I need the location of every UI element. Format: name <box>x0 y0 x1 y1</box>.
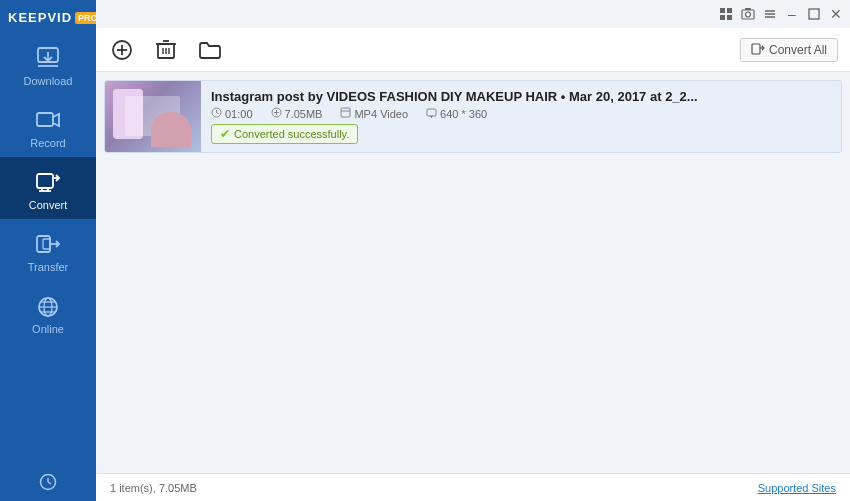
file-meta: 01:00 7.05MB <box>211 107 831 120</box>
sidebar-item-record-label: Record <box>30 137 65 149</box>
file-format: MP4 Video <box>340 107 408 120</box>
svg-rect-26 <box>745 8 751 10</box>
svg-line-19 <box>48 482 51 484</box>
converted-status: Converted successfully. <box>234 128 349 140</box>
svg-line-44 <box>217 113 219 114</box>
svg-rect-23 <box>727 15 732 20</box>
size-value: 7.05MB <box>285 108 323 120</box>
convert-all-button[interactable]: Convert All <box>740 38 838 62</box>
svg-rect-10 <box>43 239 50 249</box>
resolution-value: 640 * 360 <box>440 108 487 120</box>
svg-rect-3 <box>37 113 53 126</box>
svg-rect-4 <box>37 174 53 188</box>
file-item: Instagram post by VIDEOS FASHION DIY MAK… <box>104 80 842 153</box>
file-resolution: 640 * 360 <box>426 107 487 120</box>
file-list-area: Instagram post by VIDEOS FASHION DIY MAK… <box>96 72 850 473</box>
logo-name: KEEPVID <box>8 10 72 25</box>
screenshot-icon[interactable] <box>740 6 756 22</box>
toolbar: Convert All <box>96 28 850 72</box>
statusbar-info: 1 item(s), 7.05MB <box>110 482 197 494</box>
file-thumbnail <box>105 81 201 152</box>
supported-sites-link[interactable]: Supported Sites <box>758 482 836 494</box>
sidebar: KEEPVID PRO Download Record <box>0 0 96 501</box>
online-icon <box>32 293 64 321</box>
svg-rect-21 <box>727 8 732 13</box>
resolution-icon <box>426 107 437 120</box>
svg-rect-50 <box>427 109 436 116</box>
size-icon <box>271 107 282 120</box>
transfer-icon <box>32 231 64 259</box>
sidebar-clock <box>0 463 96 501</box>
window-controls: – ✕ <box>718 6 844 22</box>
sidebar-item-transfer[interactable]: Transfer <box>0 219 96 281</box>
sidebar-item-record[interactable]: Record <box>0 95 96 157</box>
sidebar-item-transfer-label: Transfer <box>28 261 69 273</box>
menu-icon[interactable] <box>762 6 778 22</box>
folder-button[interactable] <box>196 36 224 64</box>
main-area: – ✕ <box>96 0 850 501</box>
convert-all-label: Convert All <box>769 43 827 57</box>
file-info: Instagram post by VIDEOS FASHION DIY MAK… <box>201 81 841 152</box>
file-duration: 01:00 <box>211 107 253 120</box>
record-icon <box>32 107 64 135</box>
close-icon[interactable]: ✕ <box>828 6 844 22</box>
app-logo: KEEPVID PRO <box>0 0 96 33</box>
maximize-icon[interactable] <box>806 6 822 22</box>
sidebar-item-download[interactable]: Download <box>0 33 96 95</box>
sidebar-item-online[interactable]: Online <box>0 281 96 343</box>
delete-button[interactable] <box>152 36 180 64</box>
sidebar-item-download-label: Download <box>24 75 73 87</box>
toolbar-left <box>108 36 224 64</box>
check-icon: ✔ <box>220 127 230 141</box>
add-button[interactable] <box>108 36 136 64</box>
sidebar-item-convert[interactable]: Convert <box>0 157 96 219</box>
svg-rect-40 <box>752 44 760 54</box>
statusbar: 1 item(s), 7.05MB Supported Sites <box>96 473 850 501</box>
file-title: Instagram post by VIDEOS FASHION DIY MAK… <box>211 89 831 104</box>
sidebar-item-online-label: Online <box>32 323 64 335</box>
titlebar: – ✕ <box>96 0 850 28</box>
svg-rect-48 <box>341 108 350 117</box>
download-icon <box>32 45 64 73</box>
file-size: 7.05MB <box>271 107 323 120</box>
clock-icon <box>211 107 222 120</box>
convert-icon <box>32 169 64 197</box>
format-value: MP4 Video <box>354 108 408 120</box>
converted-badge: ✔ Converted successfully. <box>211 124 358 144</box>
grid-icon[interactable] <box>718 6 734 22</box>
format-icon <box>340 107 351 120</box>
svg-rect-24 <box>742 10 754 19</box>
sidebar-item-convert-label: Convert <box>29 199 68 211</box>
svg-point-25 <box>746 12 751 17</box>
svg-rect-22 <box>720 15 725 20</box>
svg-rect-20 <box>720 8 725 13</box>
minimize-icon[interactable]: – <box>784 6 800 22</box>
svg-rect-30 <box>809 9 819 19</box>
duration-value: 01:00 <box>225 108 253 120</box>
